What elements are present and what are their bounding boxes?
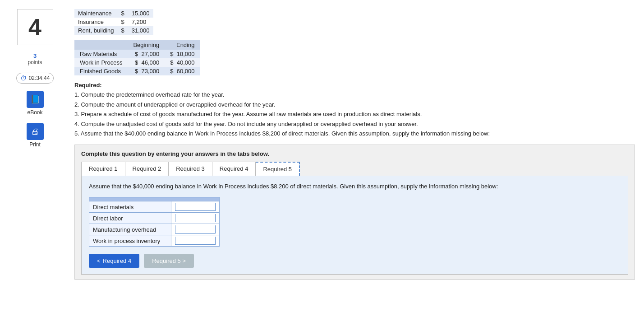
next-button[interactable]: Required 5 >	[144, 254, 194, 268]
wip-row-label: Manufacturing overhead	[89, 224, 171, 235]
table-row: Manufacturing overhead	[89, 224, 220, 235]
prev-button-label: Required 4	[103, 257, 132, 264]
tab-content-area: Assume that the $40,000 ending balance i…	[81, 176, 628, 275]
prev-chevron-icon: <	[97, 257, 101, 264]
required-item-5: 5. Assume that the $40,000 ending balanc…	[74, 129, 635, 138]
required-item-2: 2. Compute the amount of underapplied or…	[74, 100, 635, 109]
main-content: Maintenance $ 15,000 Insurance $ 7,200 R…	[70, 5, 644, 322]
tab-required-2[interactable]: Required 2	[125, 162, 169, 176]
points-value: 3	[28, 52, 42, 59]
required-item-1: 1. Compute the predetermined overhead ra…	[74, 90, 635, 99]
tab-required-1[interactable]: Required 1	[81, 162, 125, 176]
inv-row-end: $ 40,000	[165, 58, 200, 67]
tab-required-5[interactable]: Required 5	[256, 162, 300, 176]
table-row: Work in Process $ 46,000 $ 40,000	[74, 58, 200, 67]
tab-required-4[interactable]: Required 4	[212, 162, 256, 176]
inv-col-label	[74, 40, 128, 50]
inv-row-label: Work in Process	[74, 58, 128, 67]
print-icon: 🖨	[27, 123, 44, 140]
required-item-3: 3. Prepare a schedule of cost of goods m…	[74, 110, 635, 119]
next-button-label: Required 5 >	[152, 257, 186, 264]
timer-icon: ⏱	[20, 75, 27, 82]
print-button[interactable]: 🖨 Print	[27, 123, 44, 148]
required-item-4: 4. Compute the unadjusted cost of goods …	[74, 120, 635, 129]
points-section: 3 points	[28, 52, 42, 65]
inv-row-label: Finished Goods	[74, 67, 128, 75]
wip-row-input-mo[interactable]	[171, 224, 220, 235]
ebook-label: eBook	[27, 109, 42, 116]
wip-row-label: Work in process inventory	[89, 235, 171, 247]
expense-value: 7,200	[128, 18, 153, 26]
direct-labor-input[interactable]	[175, 214, 216, 222]
tab-required-3[interactable]: Required 3	[169, 162, 212, 176]
tabs-instruction: Complete this question by entering your …	[81, 150, 628, 157]
table-row: Maintenance $ 15,000	[74, 9, 153, 18]
question-number: 4	[28, 14, 41, 41]
sidebar: 4 3 points ⏱ 02:34:44 📘 eBook 🖨 Print	[0, 5, 70, 322]
print-label: Print	[29, 141, 41, 148]
inv-row-end: $ 18,000	[165, 50, 200, 58]
table-row: Work in process inventory	[89, 235, 220, 247]
required-section: Required: 1. Compute the predetermined o…	[74, 82, 635, 138]
inv-row-beg: $ 46,000	[128, 58, 165, 67]
wip-row-label: Direct labor	[89, 213, 171, 224]
timer-box: ⏱ 02:34:44	[16, 73, 54, 84]
inv-row-beg: $ 27,000	[128, 50, 165, 58]
tabs-container: Complete this question by entering your …	[74, 145, 635, 280]
inv-row-end: $ 60,000	[165, 67, 200, 75]
tab5-description: Assume that the $40,000 ending balance i…	[89, 182, 621, 191]
ebook-icon: 📘	[27, 91, 44, 108]
wip-row-label: Direct materials	[89, 201, 171, 213]
tabs-row: Required 1 Required 2 Required 3 Require…	[81, 162, 628, 176]
inventory-table: Beginning Ending Raw Materials $ 27,000 …	[74, 40, 200, 75]
inv-col-ending: Ending	[165, 40, 200, 50]
inv-row-beg: $ 73,000	[128, 67, 165, 75]
nav-buttons: < Required 4 Required 5 >	[89, 254, 621, 268]
expense-label: Rent, building	[74, 26, 118, 35]
expense-label: Maintenance	[74, 9, 118, 18]
wip-row-input-wip[interactable]	[171, 235, 220, 247]
timer-text: 02:34:44	[29, 75, 50, 81]
wip-table-header	[89, 197, 220, 201]
manufacturing-overhead-input[interactable]	[175, 225, 216, 234]
table-row: Finished Goods $ 73,000 $ 60,000	[74, 67, 200, 75]
expense-label: Insurance	[74, 18, 118, 26]
wip-row-input-dm[interactable]	[171, 201, 220, 213]
inventory-table-wrapper: Beginning Ending Raw Materials $ 27,000 …	[74, 40, 635, 75]
required-list: 1. Compute the predetermined overhead ra…	[74, 90, 635, 138]
required-title: Required:	[74, 82, 635, 89]
expense-symbol: $	[118, 18, 128, 26]
work-in-process-inventory-input[interactable]	[175, 237, 216, 245]
table-row: Raw Materials $ 27,000 $ 18,000	[74, 50, 200, 58]
expense-table-wrapper: Maintenance $ 15,000 Insurance $ 7,200 R…	[74, 9, 635, 35]
table-row: Direct labor	[89, 213, 220, 224]
table-row: Insurance $ 7,200	[74, 18, 153, 26]
wip-row-input-dl[interactable]	[171, 213, 220, 224]
expense-symbol: $	[118, 26, 128, 35]
expense-value: 31,000	[128, 26, 153, 35]
question-number-box: 4	[17, 9, 53, 45]
points-label: points	[28, 59, 42, 65]
expense-value: 15,000	[128, 9, 153, 18]
prev-button[interactable]: < Required 4	[89, 254, 139, 268]
inv-col-beginning: Beginning	[128, 40, 165, 50]
ebook-button[interactable]: 📘 eBook	[27, 91, 44, 116]
direct-materials-input[interactable]	[175, 203, 216, 211]
inv-row-label: Raw Materials	[74, 50, 128, 58]
wip-breakdown-table: Direct materials Direct labor	[89, 197, 220, 247]
expense-symbol: $	[118, 9, 128, 18]
table-row: Rent, building $ 31,000	[74, 26, 153, 35]
expense-table: Maintenance $ 15,000 Insurance $ 7,200 R…	[74, 9, 153, 35]
table-row: Direct materials	[89, 201, 220, 213]
